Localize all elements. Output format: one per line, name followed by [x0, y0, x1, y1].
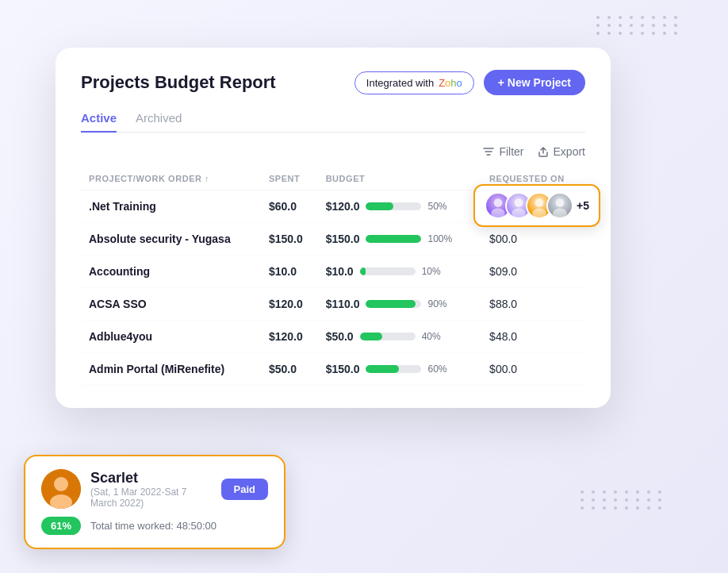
scarlet-avatar	[41, 469, 81, 509]
svg-point-5	[491, 208, 505, 217]
avatar-stack	[485, 192, 573, 219]
cell-project-name: .Net Training	[81, 190, 261, 222]
filter-button[interactable]: Filter	[482, 145, 523, 158]
more-avatars-badge: +5	[577, 199, 589, 212]
table-row: Accounting$10.0$10.010%$09.0	[81, 255, 585, 287]
export-label: Export	[554, 145, 585, 158]
cell-requested: $09.0	[481, 255, 585, 287]
cell-budget: $150.060%	[318, 352, 481, 385]
col-project: PROJECT/WORK ORDER ↑	[81, 167, 261, 190]
toolbar: Filter Export	[81, 145, 585, 158]
avatars-popup[interactable]: +5	[473, 184, 600, 227]
cell-spent: $10.0	[261, 255, 318, 287]
table-row: ACSA SSO$120.0$110.090%$88.0	[81, 287, 585, 320]
main-card: Projects Budget Report Integrated with Z…	[56, 48, 611, 408]
cell-budget: $50.040%	[318, 320, 481, 352]
scarlet-header: Scarlet (Sat, 1 Mar 2022-Sat 7 March 202…	[41, 469, 268, 509]
cell-requested: $00.0	[481, 352, 585, 385]
cell-project-name: ACSA SSO	[81, 287, 261, 320]
tab-archived[interactable]: Archived	[136, 111, 182, 133]
new-project-button[interactable]: + New Project	[484, 70, 585, 95]
col-spent: SPENT	[261, 167, 318, 190]
projects-table: PROJECT/WORK ORDER ↑ SPENT BUDGET REQUES…	[81, 167, 585, 386]
tabs: Active Archived	[81, 111, 585, 133]
scarlet-card: Scarlet (Sat, 1 Mar 2022-Sat 7 March 202…	[24, 455, 285, 549]
time-worked-value: 48:50:00	[176, 520, 216, 532]
svg-point-13	[556, 198, 565, 207]
time-worked: Total time worked: 48:50:00	[90, 520, 216, 532]
table-row: .Net Training$60.0$120.050%+5	[81, 190, 585, 222]
filter-label: Filter	[499, 145, 523, 158]
integrated-label: Integrated with	[366, 77, 434, 89]
scarlet-avatar-svg	[41, 469, 81, 509]
cell-budget: $120.050%	[318, 190, 481, 222]
cell-spent: $60.0	[261, 190, 318, 222]
cell-project-name: Accounting	[81, 255, 261, 287]
header-actions: Integrated with Zoho + New Project	[354, 70, 585, 95]
page-title: Projects Budget Report	[81, 72, 276, 93]
table-row: Adblue4you$120.0$50.040%$48.0	[81, 320, 585, 352]
cell-requested: $00.0	[481, 222, 585, 255]
svg-point-11	[532, 208, 546, 217]
cell-project-name: Absolute security - Yugasa	[81, 222, 261, 255]
table-body: .Net Training$60.0$120.050%+5Absolute se…	[81, 190, 585, 385]
export-icon	[537, 145, 550, 158]
scarlet-date: (Sat, 1 Mar 2022-Sat 7 March 2022)	[90, 486, 212, 509]
tab-active[interactable]: Active	[81, 111, 117, 133]
zoho-logo: Zoho	[439, 77, 462, 89]
dots-decoration-bottom: (function(){ const c = document.currentS…	[580, 490, 665, 510]
cell-budget: $110.090%	[318, 287, 481, 320]
cell-project-name: Admin Portal (MiRenefite)	[81, 352, 261, 385]
cell-project-name: Adblue4you	[81, 320, 261, 352]
cell-budget: $10.010%	[318, 255, 481, 287]
paid-button[interactable]: Paid	[221, 479, 268, 500]
svg-point-8	[512, 208, 526, 217]
cell-spent: $120.0	[261, 287, 318, 320]
percent-badge: 61%	[41, 517, 81, 535]
svg-point-14	[553, 208, 567, 217]
table-row: Admin Portal (MiRenefite)$50.0$150.060%$…	[81, 352, 585, 385]
cell-requested: +5	[481, 190, 585, 222]
time-worked-label: Total time worked:	[90, 520, 174, 532]
cell-spent: $120.0	[261, 320, 318, 352]
cell-spent: $150.0	[261, 222, 318, 255]
integrated-badge: Integrated with Zoho	[354, 71, 474, 94]
svg-point-10	[535, 198, 544, 207]
svg-point-4	[494, 198, 503, 207]
cell-spent: $50.0	[261, 352, 318, 385]
card-header: Projects Budget Report Integrated with Z…	[81, 70, 585, 95]
table-row: Absolute security - Yugasa$150.0$150.010…	[81, 222, 585, 255]
col-budget: BUDGET	[318, 167, 481, 190]
cell-requested: $88.0	[481, 287, 585, 320]
export-button[interactable]: Export	[537, 145, 585, 158]
filter-icon	[482, 145, 495, 158]
scarlet-name: Scarlet	[90, 470, 212, 486]
dots-decoration-top: (function(){ const c = document.currentS…	[596, 16, 680, 35]
cell-requested: $48.0	[481, 320, 585, 352]
cell-budget: $150.0100%	[318, 222, 481, 255]
scarlet-info: Scarlet (Sat, 1 Mar 2022-Sat 7 March 202…	[90, 470, 212, 509]
svg-point-16	[54, 477, 68, 491]
svg-point-7	[515, 198, 523, 207]
scarlet-footer: 61% Total time worked: 48:50:00	[41, 517, 268, 535]
avatar	[546, 192, 573, 219]
